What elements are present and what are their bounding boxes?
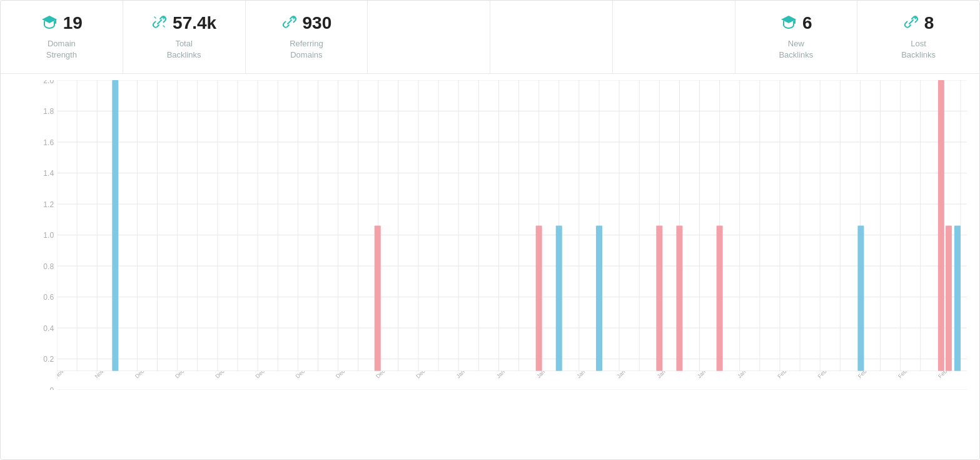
svg-text:Jan 26: Jan 26 [696,371,712,379]
svg-text:1.4: 1.4 [43,170,54,178]
spacer-3 [613,1,735,73]
new-backlinks-label: NewBacklinks [779,38,813,61]
svg-text:Jan 30: Jan 30 [736,371,752,379]
graduation-icon [41,13,58,33]
svg-text:Jan 22: Jan 22 [656,371,672,379]
bar-jan16-blue [596,226,602,372]
svg-text:1.2: 1.2 [43,200,54,209]
svg-text:Jan 14: Jan 14 [575,371,592,379]
bar-jan12-blue [556,226,562,372]
svg-text:Jan 10: Jan 10 [535,371,552,379]
lost-backlinks-label: LostBacklinks [901,38,936,61]
lost-backlinks-value: 8 [924,13,934,33]
svg-text:1.8: 1.8 [43,108,54,116]
svg-text:Feb 7: Feb 7 [817,371,831,379]
referring-domains-label: ReferringDomains [290,38,323,61]
svg-text:2.0: 2.0 [43,80,54,85]
svg-text:1.0: 1.0 [43,232,54,240]
stat-new-backlinks: 6 NewBacklinks [735,1,858,73]
svg-text:Feb 15: Feb 15 [897,371,914,379]
svg-text:Dec 13: Dec 13 [254,371,271,379]
bar-jan28-pink [717,226,723,372]
svg-text:0.6: 0.6 [43,294,54,302]
svg-text:Dec 21: Dec 21 [335,371,351,379]
stat-domain-strength: 19 DomainStrength [1,1,123,73]
domain-strength-label: DomainStrength [46,38,77,61]
svg-text:1.6: 1.6 [43,138,54,147]
svg-text:Feb 19: Feb 19 [937,371,954,379]
svg-text:Dec 9: Dec 9 [214,371,229,379]
chart-area: 2.0 1.8 1.6 1.4 1.2 1.0 0.8 0.6 0.4 0.2 … [1,74,979,409]
svg-text:Nov 23: Nov 23 [57,371,71,379]
bar-jan24-pink [676,226,682,372]
svg-text:Dec 17: Dec 17 [295,371,311,379]
svg-text:Jan 18: Jan 18 [615,371,632,379]
svg-text:Dec 1: Dec 1 [134,371,149,379]
bar-feb19-pink [938,80,944,371]
link-icon-1 [151,14,168,33]
domain-strength-value: 19 [63,13,83,33]
svg-text:Nov 27: Nov 27 [94,371,111,379]
link-icon-3 [903,14,919,33]
link-icon-2 [281,14,298,33]
referring-domains-value: 930 [303,13,332,33]
svg-text:Dec 5: Dec 5 [174,371,189,379]
stat-total-backlinks: 57.4k TotalBacklinks [123,1,246,73]
svg-text:Feb 11: Feb 11 [857,371,874,379]
bars-svg [57,80,967,371]
stat-referring-domains: 930 ReferringDomains [246,1,368,73]
bar-feb11-blue [857,226,864,372]
bar-dec1-blue [112,80,118,371]
spacer-1 [368,1,490,73]
stat-lost-backlinks: 8 LostBacklinks [857,1,979,73]
svg-text:0.2: 0.2 [43,355,54,364]
svg-text:Jan 6: Jan 6 [495,371,510,379]
bar-feb21-blue [954,226,961,372]
svg-text:Dec 29: Dec 29 [415,371,432,379]
total-backlinks-value: 57.4k [173,13,216,33]
x-axis-labels: Nov 23 Nov 27 Dec 1 Dec 5 Dec 9 Dec 13 D… [57,371,967,390]
svg-text:Jan 2: Jan 2 [455,371,470,379]
svg-text:0: 0 [49,386,54,390]
bar-jan22-pink [656,226,662,372]
svg-text:Dec 25: Dec 25 [375,371,391,379]
main-container: 19 DomainStrength 57.4k [0,0,980,460]
bar-jan10-pink [536,226,542,372]
svg-text:0.8: 0.8 [43,262,54,271]
svg-text:Feb 3: Feb 3 [776,371,791,379]
total-backlinks-label: TotalBacklinks [167,38,201,61]
stats-bar: 19 DomainStrength 57.4k [1,1,979,74]
bar-dec25-pink [375,226,381,372]
graduation-icon-2 [780,13,797,33]
new-backlinks-value: 6 [802,13,812,33]
bar-feb19-pink2 [946,226,952,372]
spacer-2 [490,1,613,73]
svg-text:0.4: 0.4 [43,324,54,333]
